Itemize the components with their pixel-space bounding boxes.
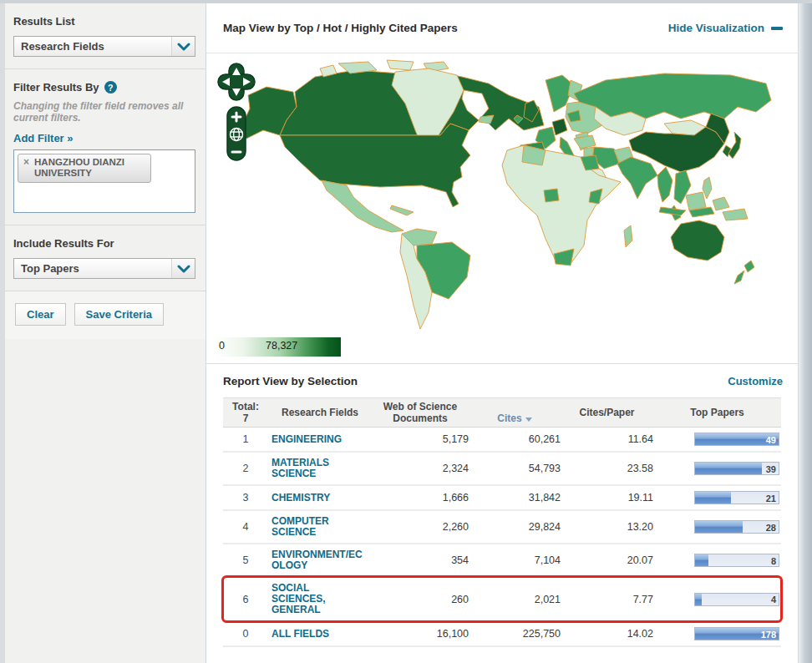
column-header-cites[interactable]: Cites <box>469 401 561 424</box>
filter-tag: × HANGZHOU DIANZI UNIVERSITY <box>18 154 151 183</box>
sort-desc-icon <box>525 418 532 422</box>
results-list-dropdown[interactable]: Research Fields <box>13 36 195 57</box>
top-papers-bar: 28 <box>694 520 779 534</box>
docs-cell: 2,260 <box>372 516 469 538</box>
country-australia <box>671 220 724 261</box>
filter-list-box[interactable]: × HANGZHOU DIANZI UNIVERSITY <box>13 149 195 213</box>
docs-cell: 1,666 <box>372 487 469 509</box>
top-papers-cell: 8 <box>694 549 781 572</box>
cites-per-paper-cell: 11.64 <box>561 428 653 450</box>
top-papers-bar: 4 <box>694 593 779 606</box>
filter-note: Changing the filter field removes all cu… <box>13 100 195 124</box>
filter-section: Filter Results By ? Changing the filter … <box>5 69 206 225</box>
top-papers-cell: 49 <box>694 428 781 451</box>
top-papers-value: 21 <box>766 493 776 504</box>
hide-visualization-link[interactable]: Hide Visualization <box>668 22 783 34</box>
country-madagascar <box>624 225 632 247</box>
top-papers-value: 4 <box>771 595 776 605</box>
table-row: 0 ALL FIELDS 16,100 225,750 14.02 178 <box>223 622 781 647</box>
field-link[interactable]: ENVIRONMENT/ECOLOGY <box>268 544 372 576</box>
legend-min-value: 0 <box>219 340 225 352</box>
top-papers-bar: 39 <box>694 462 779 475</box>
cites-per-paper-cell: 13.20 <box>561 516 653 538</box>
column-header-top-papers[interactable]: Top Papers <box>653 407 781 418</box>
top-papers-bar: 21 <box>694 491 779 504</box>
country-japan <box>728 132 741 159</box>
results-list-title: Results List <box>13 15 195 28</box>
customize-link[interactable]: Customize <box>728 375 783 387</box>
docs-cell: 2,324 <box>372 458 469 479</box>
top-papers-cell: 21 <box>694 486 781 509</box>
field-link[interactable]: ENGINEERING <box>268 429 372 450</box>
cites-cell: 7,104 <box>469 549 561 571</box>
cites-per-paper-cell: 23.58 <box>561 458 653 479</box>
country-indonesia <box>659 207 686 215</box>
map-color-legend: 0 78,327 <box>216 337 341 357</box>
top-papers-cell: 28 <box>694 515 781 539</box>
rank-cell: 2 <box>223 458 268 479</box>
report-header: Report View by Selection Customize <box>206 364 798 397</box>
top-papers-cell: 4 <box>694 588 781 611</box>
sidebar: Results List Research Fields Filter Resu… <box>0 3 206 663</box>
column-header-cites-per-paper[interactable]: Cites/Paper <box>561 407 653 418</box>
country-nigeria <box>544 189 559 202</box>
map-zoom-pan-controls[interactable] <box>216 62 256 167</box>
save-criteria-button[interactable]: Save Criteria <box>74 303 165 326</box>
results-list-section: Results List Research Fields <box>5 3 206 69</box>
column-header-total: Total: 7 <box>223 401 268 424</box>
map-title: Map View by Top / Hot / Highly Cited Pap… <box>223 22 458 34</box>
map-visualization[interactable]: 0 78,327 <box>206 53 798 364</box>
help-icon[interactable]: ? <box>104 81 117 94</box>
top-papers-bar: 49 <box>694 433 779 446</box>
top-papers-value: 8 <box>771 556 776 566</box>
docs-cell: 354 <box>372 549 469 571</box>
page-scrollbar[interactable] <box>798 3 812 663</box>
country-new-zealand-north <box>744 261 754 272</box>
cites-cell: 31,842 <box>469 487 561 509</box>
cites-per-paper-cell: 19.11 <box>561 487 653 509</box>
country-germany <box>552 119 567 135</box>
cites-header-label: Cites <box>497 412 521 424</box>
table-row: 4 COMPUTER SCIENCE 2,260 29,824 13.20 28 <box>223 511 781 544</box>
country-india <box>617 157 657 199</box>
column-header-documents[interactable]: Web of Science Documents <box>372 401 469 424</box>
field-link[interactable]: SOCIAL SCIENCES, GENERAL <box>268 578 372 620</box>
island-sulawesi <box>713 197 729 210</box>
cites-per-paper-cell: 14.02 <box>561 623 653 645</box>
rank-cell: 5 <box>223 549 268 571</box>
include-results-dropdown-value: Top Papers <box>14 262 171 275</box>
docs-cell: 260 <box>372 589 469 610</box>
field-link[interactable]: ALL FIELDS <box>268 624 372 645</box>
filter-tag-label: HANGZHOU DIANZI UNIVERSITY <box>34 157 144 179</box>
top-papers-value: 39 <box>766 464 776 474</box>
field-link[interactable]: MATERIALS SCIENCE <box>268 453 372 484</box>
legend-max-value: 78,327 <box>266 340 297 352</box>
country-cuba <box>390 205 414 215</box>
table-row: 2 MATERIALS SCIENCE 2,324 54,793 23.58 3… <box>223 453 781 486</box>
top-papers-cell: 178 <box>694 622 781 645</box>
sidebar-actions: Clear Save Criteria <box>5 291 206 339</box>
remove-filter-icon[interactable]: × <box>23 157 29 168</box>
rank-cell: 1 <box>223 428 268 450</box>
chevron-down-icon <box>171 259 195 278</box>
table-row: 1 ENGINEERING 5,179 60,261 11.64 49 <box>223 428 781 453</box>
chevron-down-icon <box>171 37 195 56</box>
include-results-dropdown[interactable]: Top Papers <box>13 258 195 279</box>
rank-cell: 3 <box>223 487 268 509</box>
world-choropleth-map[interactable] <box>213 57 798 337</box>
clear-button[interactable]: Clear <box>15 303 66 326</box>
docs-cell: 16,100 <box>372 623 469 645</box>
country-philippines <box>703 177 712 199</box>
table-row: 5 ENVIRONMENT/ECOLOGY 354 7,104 20.07 8 <box>223 544 781 578</box>
filter-title: Filter Results By <box>13 81 99 94</box>
top-papers-bar: 178 <box>694 627 779 640</box>
field-link[interactable]: CHEMISTRY <box>268 488 372 509</box>
top-papers-bar: 8 <box>694 554 779 567</box>
country-myanmar <box>657 167 672 202</box>
column-header-research-fields[interactable]: Research Fields <box>268 407 372 418</box>
country-papua <box>723 209 748 220</box>
add-filter-link[interactable]: Add Filter » <box>13 132 74 144</box>
top-papers-value: 49 <box>766 435 776 445</box>
island-borneo <box>686 192 706 210</box>
field-link[interactable]: COMPUTER SCIENCE <box>268 511 372 543</box>
